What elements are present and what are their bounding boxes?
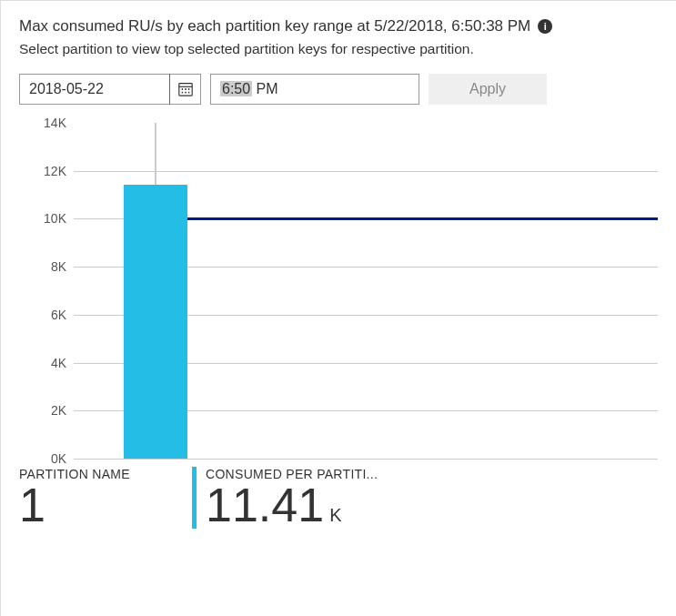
chart-area: 0K2K4K6K8K10K12K14K (19, 123, 658, 459)
date-input[interactable]: 2018-05-22 (19, 74, 201, 105)
y-tick-label: 2K (19, 403, 66, 418)
panel: Max consumed RU/s by each partition key … (0, 0, 676, 616)
chart-subtitle: Select partition to view top selected pa… (19, 41, 658, 57)
gridline (74, 171, 658, 172)
time-value: 6:50 PM (211, 81, 419, 97)
gridline (74, 459, 658, 459)
y-tick-label: 14K (19, 116, 66, 130)
metric-consumed-per-partition: CONSUMED PER PARTITI... 11.41 K (192, 467, 378, 529)
bar-partition[interactable] (124, 185, 187, 459)
plot-area[interactable] (74, 123, 658, 459)
controls-row: 2018-05-22 6:50 PM Apply (19, 74, 658, 105)
svg-point-6 (185, 92, 187, 94)
time-hour-minute: 6:50 (220, 81, 252, 96)
calendar-icon[interactable] (169, 74, 200, 105)
apply-button[interactable]: Apply (429, 74, 547, 105)
svg-point-7 (187, 92, 189, 94)
svg-point-3 (185, 88, 187, 90)
svg-point-2 (181, 88, 183, 90)
title-row: Max consumed RU/s by each partition key … (19, 17, 658, 35)
metric-value: 11.41 (206, 481, 324, 529)
y-tick-label: 0K (19, 451, 66, 466)
y-tick-label: 8K (19, 259, 66, 274)
time-ampm: PM (252, 81, 277, 96)
y-tick-label: 6K (19, 308, 66, 322)
threshold-line (187, 217, 658, 220)
y-tick-label: 12K (19, 164, 66, 178)
metric-value: 1 (19, 481, 45, 529)
y-axis: 0K2K4K6K8K10K12K14K (19, 123, 74, 459)
metric-unit: K (329, 505, 341, 526)
y-tick-label: 10K (19, 211, 66, 226)
date-value: 2018-05-22 (20, 81, 169, 97)
info-icon[interactable]: i (538, 19, 552, 34)
y-tick-label: 4K (19, 356, 66, 370)
svg-point-5 (181, 92, 183, 94)
metrics-row: PARTITION NAME 1 CONSUMED PER PARTITI...… (19, 467, 658, 529)
time-input[interactable]: 6:50 PM (210, 74, 419, 105)
metric-partition-name: PARTITION NAME 1 (19, 467, 192, 529)
chart-title: Max consumed RU/s by each partition key … (19, 17, 530, 35)
svg-point-4 (187, 88, 189, 90)
hover-guide-line (155, 123, 156, 185)
